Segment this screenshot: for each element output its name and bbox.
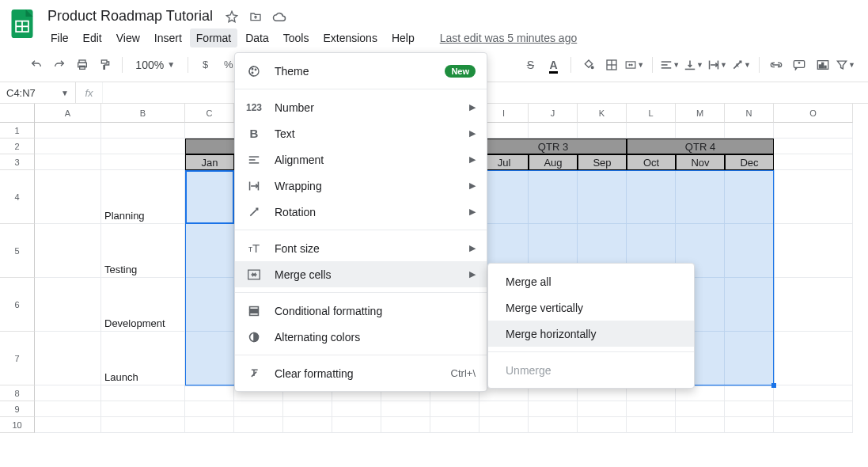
cell[interactable] xyxy=(725,170,774,224)
menu-wrapping[interactable]: Wrapping ▶ xyxy=(235,173,487,199)
month-header[interactable]: Dec xyxy=(725,154,774,170)
menu-extensions[interactable]: Extensions xyxy=(316,28,383,47)
cell[interactable] xyxy=(774,332,853,385)
month-header[interactable]: Sep xyxy=(578,154,627,170)
cell[interactable] xyxy=(578,123,627,139)
col-header[interactable]: N xyxy=(725,104,774,123)
cell[interactable] xyxy=(234,417,283,433)
cell[interactable] xyxy=(725,401,774,417)
cell[interactable] xyxy=(185,278,234,332)
cell[interactable] xyxy=(774,224,853,278)
menu-merge-cells[interactable]: Merge cells ▶ xyxy=(235,261,487,287)
cell[interactable] xyxy=(627,170,676,224)
col-header[interactable]: O xyxy=(774,104,853,123)
zoom-select[interactable]: 100%▼ xyxy=(131,59,180,71)
row-header[interactable]: 5 xyxy=(0,224,35,278)
cell[interactable] xyxy=(774,385,853,401)
row-header[interactable]: 6 xyxy=(0,278,35,332)
cell[interactable] xyxy=(35,139,101,154)
menu-view[interactable]: View xyxy=(110,28,146,47)
sheets-logo[interactable] xyxy=(8,6,36,41)
menu-clear-formatting[interactable]: Clear formatting Ctrl+\ xyxy=(235,360,487,386)
cell[interactable] xyxy=(578,417,627,433)
row-label[interactable]: Launch xyxy=(101,332,185,385)
cell[interactable] xyxy=(430,401,479,417)
cell[interactable] xyxy=(35,401,101,417)
move-icon[interactable] xyxy=(248,9,263,25)
month-header[interactable]: Nov xyxy=(676,154,725,170)
col-header[interactable]: L xyxy=(627,104,676,123)
cell[interactable] xyxy=(725,224,774,278)
cell[interactable] xyxy=(185,224,234,278)
cell[interactable] xyxy=(101,417,185,433)
select-all-corner[interactable] xyxy=(0,104,35,123)
menu-fontsize[interactable]: тT Font size ▶ xyxy=(235,235,487,261)
month-header[interactable]: Jan xyxy=(185,154,234,170)
menu-insert[interactable]: Insert xyxy=(148,28,188,47)
cell[interactable] xyxy=(479,417,529,433)
paint-format-icon[interactable] xyxy=(96,55,114,74)
cell[interactable] xyxy=(185,332,234,385)
cell[interactable] xyxy=(774,401,853,417)
col-header[interactable]: J xyxy=(529,104,578,123)
cell[interactable] xyxy=(185,170,234,224)
halign-icon[interactable]: ▼ xyxy=(661,55,680,74)
menu-theme[interactable]: Theme New xyxy=(235,58,487,84)
cell[interactable] xyxy=(676,417,725,433)
cell[interactable] xyxy=(529,417,578,433)
cell[interactable] xyxy=(332,401,381,417)
menu-merge-all[interactable]: Merge all xyxy=(488,268,694,294)
menu-data[interactable]: Data xyxy=(239,28,275,47)
cell[interactable] xyxy=(725,123,774,139)
cell[interactable] xyxy=(35,278,101,332)
menu-tools[interactable]: Tools xyxy=(277,28,316,47)
cell[interactable] xyxy=(774,154,853,170)
wrap-icon[interactable]: ▼ xyxy=(708,55,727,74)
link-icon[interactable] xyxy=(768,55,786,74)
cell[interactable] xyxy=(35,170,101,224)
row-header[interactable]: 10 xyxy=(0,417,35,433)
cell[interactable] xyxy=(578,401,627,417)
row-header[interactable]: 2 xyxy=(0,139,35,154)
cell[interactable] xyxy=(35,224,101,278)
row-label[interactable]: Development xyxy=(101,278,185,332)
menu-rotation[interactable]: Rotation ▶ xyxy=(235,199,487,225)
cell[interactable] xyxy=(234,401,283,417)
menu-help[interactable]: Help xyxy=(385,28,421,47)
cell[interactable] xyxy=(35,417,101,433)
cell[interactable] xyxy=(627,401,676,417)
menu-conditional[interactable]: Conditional formatting xyxy=(235,298,487,324)
qtr-header[interactable]: QTR 4 xyxy=(627,139,774,154)
cell[interactable] xyxy=(725,385,774,401)
cell[interactable] xyxy=(101,385,185,401)
chart-icon[interactable] xyxy=(813,55,832,74)
cell[interactable] xyxy=(725,278,774,332)
menu-format[interactable]: Format xyxy=(190,28,237,47)
col-header[interactable]: A xyxy=(35,104,101,123)
filter-icon[interactable]: ▼ xyxy=(836,55,855,74)
cloud-icon[interactable] xyxy=(271,9,287,25)
menu-merge-vertically[interactable]: Merge vertically xyxy=(488,294,694,321)
redo-icon[interactable] xyxy=(50,55,68,74)
cell[interactable] xyxy=(35,332,101,385)
cell[interactable] xyxy=(774,123,853,139)
valign-icon[interactable]: ▼ xyxy=(684,55,703,74)
cell[interactable] xyxy=(101,154,185,170)
doc-title[interactable]: Product Roadmap Tutorial xyxy=(44,6,216,26)
cell[interactable] xyxy=(725,417,774,433)
merge-icon[interactable]: ▼ xyxy=(625,55,644,74)
row-label[interactable]: Testing xyxy=(101,224,185,278)
qtr-header[interactable]: QTR 3 xyxy=(479,139,627,154)
cell[interactable] xyxy=(101,123,185,139)
menu-merge-horizontally[interactable]: Merge horizontally xyxy=(488,321,694,347)
borders-icon[interactable] xyxy=(602,55,620,74)
cell[interactable] xyxy=(185,385,234,401)
cell[interactable] xyxy=(283,417,332,433)
undo-icon[interactable] xyxy=(27,55,45,74)
menu-alignment[interactable]: Alignment ▶ xyxy=(235,146,487,173)
cell[interactable] xyxy=(283,401,332,417)
cell[interactable] xyxy=(430,417,479,433)
cell[interactable] xyxy=(101,139,185,154)
name-box[interactable]: C4:N7 ▼ xyxy=(0,82,76,103)
cell[interactable] xyxy=(35,123,101,139)
